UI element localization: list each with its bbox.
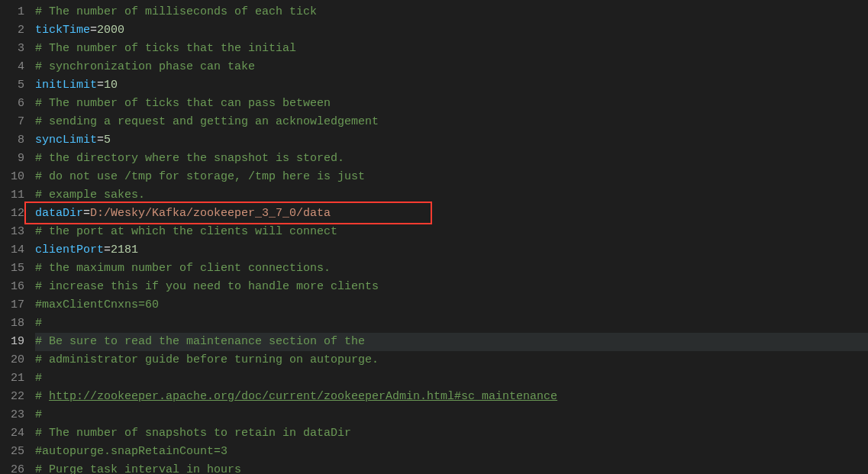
code-line[interactable]: syncLimit=5	[35, 131, 868, 150]
line-number: 6	[5, 95, 24, 113]
code-line[interactable]: # Be sure to read the maintenance sectio…	[35, 333, 868, 351]
line-number: 5	[5, 76, 24, 95]
code-line[interactable]: # The number of milliseconds of each tic…	[35, 3, 868, 21]
line-number: 26	[5, 461, 24, 474]
code-token: http://zookeeper.apache.org/doc/current/…	[49, 390, 557, 403]
code-token: # The number of ticks that the initial	[35, 42, 296, 55]
line-number: 22	[5, 388, 24, 406]
code-line[interactable]: # the maximum number of client connectio…	[35, 260, 868, 278]
code-token: D:/Wesky/Kafka/zookeeper_3_7_0/data	[90, 207, 331, 220]
code-token: # the maximum number of client connectio…	[35, 262, 331, 275]
code-line[interactable]: # synchronization phase can take	[35, 58, 868, 76]
code-token: clientPort	[35, 243, 104, 256]
line-number: 23	[5, 406, 24, 424]
code-token: #	[35, 372, 42, 385]
line-number: 18	[5, 314, 24, 333]
code-token: initLimit	[35, 79, 97, 92]
code-token: # The number of snapshots to retain in d…	[35, 427, 351, 440]
code-line[interactable]: # http://zookeeper.apache.org/doc/curren…	[35, 388, 868, 406]
code-line[interactable]: # example sakes.	[35, 186, 868, 205]
code-token: 2000	[97, 24, 124, 37]
code-token: #autopurge.snapRetainCount=3	[35, 445, 227, 458]
code-token: # sending a request and getting an ackno…	[35, 115, 379, 128]
code-line[interactable]: #	[35, 406, 868, 424]
code-area[interactable]: # The number of milliseconds of each tic…	[35, 0, 868, 474]
code-line[interactable]: # sending a request and getting an ackno…	[35, 113, 868, 131]
line-number: 3	[5, 40, 24, 58]
code-token: # the directory where the snapshot is st…	[35, 152, 344, 165]
code-token: # administrator guide before turning on …	[35, 353, 379, 366]
line-number: 24	[5, 424, 24, 443]
code-token: #maxClientCnxns=60	[35, 298, 159, 311]
code-line[interactable]: # Purge task interval in hours	[35, 461, 868, 474]
code-token: # the port at which the clients will con…	[35, 225, 337, 238]
code-line[interactable]: clientPort=2181	[35, 241, 868, 260]
code-token: =	[90, 24, 97, 37]
code-token: # The number of milliseconds of each tic…	[35, 5, 317, 18]
code-token: 2181	[111, 243, 138, 256]
code-editor[interactable]: 1234567891011121314151617181920212223242…	[0, 0, 868, 474]
line-number: 2	[5, 21, 24, 40]
code-line[interactable]: #autopurge.snapRetainCount=3	[35, 443, 868, 461]
code-line[interactable]: # do not use /tmp for storage, /tmp here…	[35, 168, 868, 186]
code-token: # Purge task interval in hours	[35, 463, 241, 474]
line-number: 7	[5, 113, 24, 131]
code-token: # do not use /tmp for storage, /tmp here…	[35, 170, 365, 183]
line-number: 21	[5, 369, 24, 388]
line-number: 1	[5, 3, 24, 21]
code-line[interactable]: #maxClientCnxns=60	[35, 296, 868, 314]
line-number: 15	[5, 260, 24, 278]
code-token: # increase this if you need to handle mo…	[35, 280, 379, 293]
line-number: 13	[5, 223, 24, 241]
line-number: 12	[5, 205, 24, 223]
line-number: 4	[5, 58, 24, 76]
code-token: =	[104, 243, 111, 256]
code-token: #	[35, 408, 42, 421]
code-line[interactable]: #	[35, 369, 868, 388]
code-line[interactable]: # administrator guide before turning on …	[35, 351, 868, 369]
code-line[interactable]: #	[35, 314, 868, 333]
code-token: # Be sure to read the maintenance sectio…	[35, 335, 365, 348]
code-line[interactable]: # The number of snapshots to retain in d…	[35, 424, 868, 443]
line-number: 19	[5, 333, 24, 351]
code-token: # example sakes.	[35, 189, 145, 202]
code-line[interactable]: # the directory where the snapshot is st…	[35, 150, 868, 168]
line-number: 10	[5, 168, 24, 186]
code-line[interactable]: # the port at which the clients will con…	[35, 223, 868, 241]
line-number: 14	[5, 241, 24, 260]
line-number: 17	[5, 296, 24, 314]
code-token: # The number of ticks that can pass betw…	[35, 97, 331, 110]
code-token: syncLimit	[35, 134, 97, 147]
code-line[interactable]: # increase this if you need to handle mo…	[35, 278, 868, 296]
code-token: 10	[104, 79, 118, 92]
code-line[interactable]: initLimit=10	[35, 76, 868, 95]
line-number: 8	[5, 131, 24, 150]
code-line[interactable]: # The number of ticks that the initial	[35, 40, 868, 58]
code-token: =	[97, 134, 104, 147]
code-token: #	[35, 317, 42, 330]
code-line[interactable]: tickTime=2000	[35, 21, 868, 40]
code-token: #	[35, 390, 49, 403]
line-number: 16	[5, 278, 24, 296]
line-number-gutter: 1234567891011121314151617181920212223242…	[0, 0, 35, 474]
code-token: # synchronization phase can take	[35, 60, 255, 73]
line-number: 9	[5, 150, 24, 168]
code-token: dataDir	[35, 207, 83, 220]
line-number: 11	[5, 186, 24, 205]
code-line[interactable]: # The number of ticks that can pass betw…	[35, 95, 868, 113]
code-token: =	[83, 207, 90, 220]
code-token: =	[97, 79, 104, 92]
code-line[interactable]: dataDir=D:/Wesky/Kafka/zookeeper_3_7_0/d…	[35, 205, 868, 223]
code-token: tickTime	[35, 24, 90, 37]
code-token: 5	[104, 134, 111, 147]
line-number: 20	[5, 351, 24, 369]
line-number: 25	[5, 443, 24, 461]
